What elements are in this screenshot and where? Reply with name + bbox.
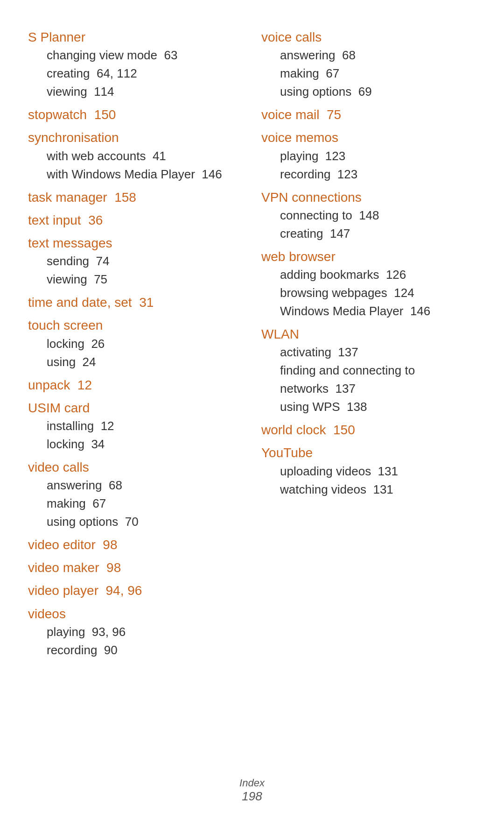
entry-group: time and date, set 31 xyxy=(28,293,243,311)
left-column: S Plannerchanging view mode 63creating 6… xyxy=(28,28,243,664)
entry-heading: time and date, set 31 xyxy=(28,293,243,311)
sub-entry: making 67 xyxy=(261,64,476,83)
entry-heading: S Planner xyxy=(28,28,243,46)
entry-heading: USIM card xyxy=(28,399,243,417)
entry-group: voice memosplaying 123recording 123 xyxy=(261,128,476,183)
entry-group: voice mail 75 xyxy=(261,106,476,124)
entry-group: text input 36 xyxy=(28,211,243,229)
sub-entry: watching videos 131 xyxy=(261,481,476,499)
entry-group: S Plannerchanging view mode 63creating 6… xyxy=(28,28,243,101)
sub-entry: using options 70 xyxy=(28,513,243,531)
sub-entry: adding bookmarks 126 xyxy=(261,266,476,284)
entry-heading: video maker 98 xyxy=(28,558,243,577)
sub-entry: answering 68 xyxy=(28,476,243,495)
footer-label: Index xyxy=(0,777,504,789)
entry-heading: voice mail 75 xyxy=(261,106,476,124)
entry-group: touch screenlocking 26using 24 xyxy=(28,316,243,371)
sub-entry: installing 12 xyxy=(28,417,243,435)
entry-heading: video editor 98 xyxy=(28,536,243,554)
entry-heading: touch screen xyxy=(28,316,243,334)
sub-entry: Windows Media Player 146 xyxy=(261,302,476,320)
entry-group: world clock 150 xyxy=(261,421,476,439)
entry-group: web browseradding bookmarks 126browsing … xyxy=(261,247,476,320)
entry-group: video player 94, 96 xyxy=(28,581,243,600)
sub-entry: making 67 xyxy=(28,495,243,513)
sub-entry: answering 68 xyxy=(261,46,476,64)
entry-heading: task manager 158 xyxy=(28,188,243,206)
sub-entry: playing 93, 96 xyxy=(28,623,243,641)
entry-heading: text input 36 xyxy=(28,211,243,229)
sub-entry: changing view mode 63 xyxy=(28,46,243,64)
sub-entry: connecting to 148 xyxy=(261,206,476,225)
sub-entry: using WPS 138 xyxy=(261,398,476,416)
entry-group: YouTubeuploading videos 131watching vide… xyxy=(261,444,476,498)
entry-heading: videos xyxy=(28,605,243,623)
sub-entry: using 24 xyxy=(28,353,243,371)
entry-group: video editor 98 xyxy=(28,536,243,554)
entry-heading: VPN connections xyxy=(261,188,476,206)
sub-entry: browsing webpages 124 xyxy=(261,284,476,302)
entry-heading: WLAN xyxy=(261,325,476,343)
entry-group: videosplaying 93, 96recording 90 xyxy=(28,605,243,659)
entry-heading: video player 94, 96 xyxy=(28,581,243,600)
entry-group: stopwatch 150 xyxy=(28,106,243,124)
sub-entry: recording 90 xyxy=(28,641,243,659)
footer-page: 198 xyxy=(0,789,504,804)
entry-heading: synchronisation xyxy=(28,128,243,147)
entry-group: text messagessending 74viewing 75 xyxy=(28,234,243,289)
entry-group: USIM cardinstalling 12locking 34 xyxy=(28,399,243,453)
sub-entry: viewing 114 xyxy=(28,83,243,101)
sub-entry: finding and connecting to networks 137 xyxy=(261,361,476,398)
sub-entry: viewing 75 xyxy=(28,270,243,289)
entry-heading: stopwatch 150 xyxy=(28,106,243,124)
sub-entry: activating 137 xyxy=(261,343,476,361)
sub-entry: sending 74 xyxy=(28,252,243,270)
entry-group: video callsanswering 68making 67using op… xyxy=(28,458,243,531)
entry-heading: video calls xyxy=(28,458,243,476)
entry-heading: world clock 150 xyxy=(261,421,476,439)
sub-entry: locking 26 xyxy=(28,335,243,353)
right-column: voice callsanswering 68making 67using op… xyxy=(261,28,476,664)
page-content: S Plannerchanging view mode 63creating 6… xyxy=(28,28,476,664)
sub-entry: recording 123 xyxy=(261,165,476,184)
sub-entry: using options 69 xyxy=(261,83,476,101)
sub-entry: with web accounts 41 xyxy=(28,147,243,165)
sub-entry: uploading videos 131 xyxy=(261,462,476,481)
sub-entry: playing 123 xyxy=(261,147,476,165)
entry-group: WLANactivating 137finding and connecting… xyxy=(261,325,476,416)
sub-entry: with Windows Media Player 146 xyxy=(28,165,243,184)
entry-heading: unpack 12 xyxy=(28,376,243,394)
entry-group: synchronisationwith web accounts 41with … xyxy=(28,128,243,183)
entry-group: task manager 158 xyxy=(28,188,243,206)
entry-heading: YouTube xyxy=(261,444,476,462)
entry-group: VPN connectionsconnecting to 148creating… xyxy=(261,188,476,243)
sub-entry: creating 64, 112 xyxy=(28,64,243,83)
entry-heading: voice calls xyxy=(261,28,476,46)
entry-heading: web browser xyxy=(261,247,476,266)
sub-entry: locking 34 xyxy=(28,435,243,453)
sub-entry: creating 147 xyxy=(261,225,476,243)
entry-group: voice callsanswering 68making 67using op… xyxy=(261,28,476,101)
entry-group: video maker 98 xyxy=(28,558,243,577)
entry-heading: text messages xyxy=(28,234,243,252)
entry-heading: voice memos xyxy=(261,128,476,147)
entry-group: unpack 12 xyxy=(28,376,243,394)
footer: Index 198 xyxy=(0,777,504,804)
